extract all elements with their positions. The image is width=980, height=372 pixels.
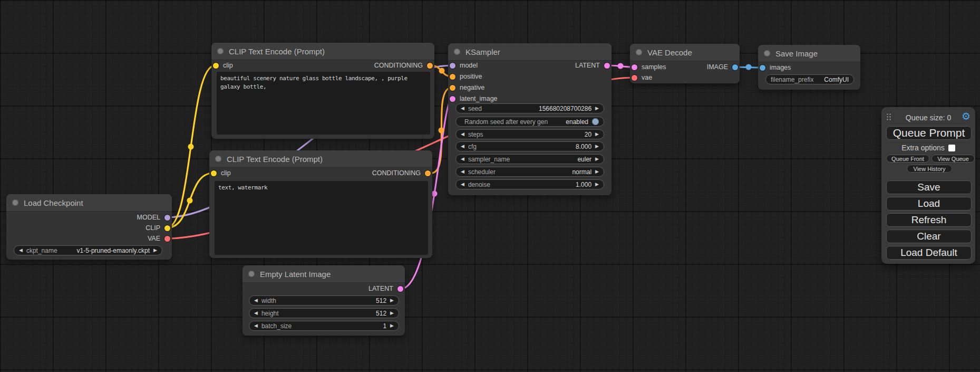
node-title: Save Image [775, 49, 818, 58]
node-title-bar[interactable]: Save Image [758, 45, 860, 62]
scheduler-next-arrow-icon[interactable]: ▶ [595, 169, 599, 174]
node-clip-text-encode-negative[interactable]: CLIP Text Encode (Prompt) clip CONDITION… [209, 150, 432, 258]
port-latent-output[interactable] [604, 63, 610, 69]
port-latent-output[interactable] [397, 286, 403, 292]
sampler-prev-arrow-icon[interactable]: ◀ [461, 157, 464, 161]
queue-front-button[interactable]: Queue Front [886, 155, 929, 163]
output-label-conditioning: CONDITIONING [374, 62, 423, 69]
scheduler-prev-arrow-icon[interactable]: ◀ [461, 169, 464, 174]
node-load-checkpoint[interactable]: Load Checkpoint MODEL CLIP VAE ◀ ckpt_na… [6, 194, 172, 260]
steps-decrement-arrow-icon[interactable]: ◀ [461, 132, 464, 137]
clear-button[interactable]: Clear [886, 230, 972, 243]
seed-increment-arrow-icon[interactable]: ▶ [595, 106, 599, 111]
port-conditioning-output[interactable] [427, 63, 433, 69]
extra-options-checkbox[interactable] [948, 145, 955, 151]
cfg-decrement-arrow-icon[interactable]: ◀ [461, 144, 464, 149]
queue-prompt-button[interactable]: Queue Prompt [886, 126, 972, 140]
steps-widget[interactable]: ◀ steps 20 ▶ [455, 129, 604, 139]
port-conditioning-output[interactable] [425, 170, 431, 176]
output-label-latent: LATENT [575, 62, 600, 69]
height-widget[interactable]: ◀ height 512 ▶ [249, 308, 399, 318]
denoise-increment-arrow-icon[interactable]: ▶ [595, 182, 599, 187]
node-title-bar[interactable]: Load Checkpoint [6, 194, 172, 212]
port-clip-output[interactable] [164, 225, 170, 231]
ckpt-name-widget[interactable]: ◀ ckpt_name v1-5-pruned-emaonly.ckpt ▶ [14, 245, 162, 255]
filename-prefix-widget[interactable]: filename_prefix ComfyUI [765, 74, 854, 84]
load-default-button[interactable]: Load Default [886, 246, 972, 260]
view-history-button[interactable]: View History [907, 165, 952, 173]
sampler-next-arrow-icon[interactable]: ▶ [595, 157, 599, 161]
input-row-positive: positive [448, 72, 612, 81]
height-increment-arrow-icon[interactable]: ▶ [390, 311, 394, 316]
scheduler-widget[interactable]: ◀ scheduler normal ▶ [455, 167, 604, 177]
negative-prompt-textarea[interactable]: text, watermark [215, 181, 428, 255]
denoise-decrement-arrow-icon[interactable]: ◀ [461, 182, 464, 187]
output-label-vae: VAE [148, 235, 160, 242]
height-decrement-arrow-icon[interactable]: ◀ [254, 311, 258, 316]
port-latent-image-input[interactable] [450, 96, 455, 102]
ckpt-prev-arrow-icon[interactable]: ◀ [19, 248, 23, 253]
port-model-output[interactable] [164, 215, 170, 221]
output-row-image: IMAGE [630, 63, 740, 71]
random-seed-toggle-widget[interactable]: Random seed after every gen enabled [455, 117, 604, 127]
widget-label: height [261, 310, 279, 317]
node-title-bar[interactable]: CLIP Text Encode (Prompt) [209, 150, 432, 168]
width-decrement-arrow-icon[interactable]: ◀ [254, 298, 258, 303]
positive-prompt-textarea[interactable]: beautiful scenery nature glass bottle la… [217, 72, 430, 135]
node-collapse-dot[interactable] [215, 156, 221, 162]
port-vae-output[interactable] [164, 236, 170, 242]
node-vae-decode[interactable]: VAE Decode samples vae IMAGE [630, 44, 740, 83]
ckpt-widget-label: ckpt_name [26, 247, 57, 254]
port-images-input[interactable] [760, 65, 765, 71]
port-positive-input[interactable] [450, 74, 455, 80]
node-title-bar[interactable]: CLIP Text Encode (Prompt) [211, 43, 434, 60]
node-title: CLIP Text Encode (Prompt) [229, 47, 325, 56]
node-ksampler[interactable]: KSampler model positive negative latent_… [448, 43, 612, 195]
node-empty-latent-image[interactable]: Empty Latent Image LATENT ◀ width 512 ▶ … [242, 265, 405, 336]
seed-decrement-arrow-icon[interactable]: ◀ [461, 106, 464, 111]
width-widget[interactable]: ◀ width 512 ▶ [249, 295, 399, 306]
output-row-latent: LATENT [242, 284, 405, 293]
port-vae-input[interactable] [632, 75, 637, 81]
node-collapse-dot[interactable] [217, 48, 224, 54]
cfg-increment-arrow-icon[interactable]: ▶ [595, 144, 599, 149]
node-graph-canvas[interactable]: Load Checkpoint MODEL CLIP VAE ◀ ckpt_na… [0, 0, 980, 372]
settings-gear-icon[interactable]: ⚙ [962, 111, 971, 121]
batch-increment-arrow-icon[interactable]: ▶ [390, 323, 394, 328]
node-title-bar[interactable]: VAE Decode [630, 44, 740, 61]
node-clip-text-encode-positive[interactable]: CLIP Text Encode (Prompt) clip CONDITION… [211, 43, 434, 139]
random-seed-toggle-icon[interactable] [592, 118, 599, 125]
node-collapse-dot[interactable] [454, 49, 460, 55]
sampler-name-widget[interactable]: ◀ sampler_name euler ▶ [455, 154, 604, 164]
output-row-conditioning: CONDITIONING [209, 169, 432, 177]
cfg-widget[interactable]: ◀ cfg 8.000 ▶ [455, 141, 604, 151]
ckpt-widget-value: v1-5-pruned-emaonly.ckpt [77, 247, 150, 254]
save-button[interactable]: Save [886, 180, 972, 194]
port-image-output[interactable] [732, 64, 738, 70]
seed-widget[interactable]: ◀ seed 156680208700286 ▶ [455, 103, 604, 113]
batch-decrement-arrow-icon[interactable]: ◀ [254, 323, 258, 328]
view-queue-button[interactable]: View Queue [932, 155, 975, 163]
batch-size-widget[interactable]: ◀ batch_size 1 ▶ [249, 321, 399, 331]
widget-value: ComfyUI [824, 76, 849, 83]
denoise-widget[interactable]: ◀ denoise 1.000 ▶ [455, 179, 604, 189]
node-title-bar[interactable]: Empty Latent Image [242, 265, 405, 283]
steps-increment-arrow-icon[interactable]: ▶ [595, 132, 599, 137]
node-collapse-dot[interactable] [764, 50, 770, 56]
link-midpoint-dot [187, 198, 193, 204]
link-midpoint-dot [439, 68, 445, 74]
ckpt-next-arrow-icon[interactable]: ▶ [153, 248, 157, 253]
node-collapse-dot[interactable] [248, 271, 255, 277]
load-button[interactable]: Load [886, 197, 972, 211]
node-title: CLIP Text Encode (Prompt) [227, 155, 323, 164]
node-collapse-dot[interactable] [12, 199, 18, 206]
width-increment-arrow-icon[interactable]: ▶ [390, 298, 394, 303]
node-collapse-dot[interactable] [636, 49, 642, 55]
link-midpoint-dot [746, 64, 752, 70]
widget-value: normal [572, 168, 591, 176]
node-save-image[interactable]: Save Image images filename_prefix ComfyU… [758, 45, 860, 90]
link-midpoint-dot [432, 191, 438, 197]
node-title-bar[interactable]: KSampler [448, 43, 612, 61]
refresh-button[interactable]: Refresh [886, 213, 972, 227]
port-negative-input[interactable] [450, 85, 455, 91]
